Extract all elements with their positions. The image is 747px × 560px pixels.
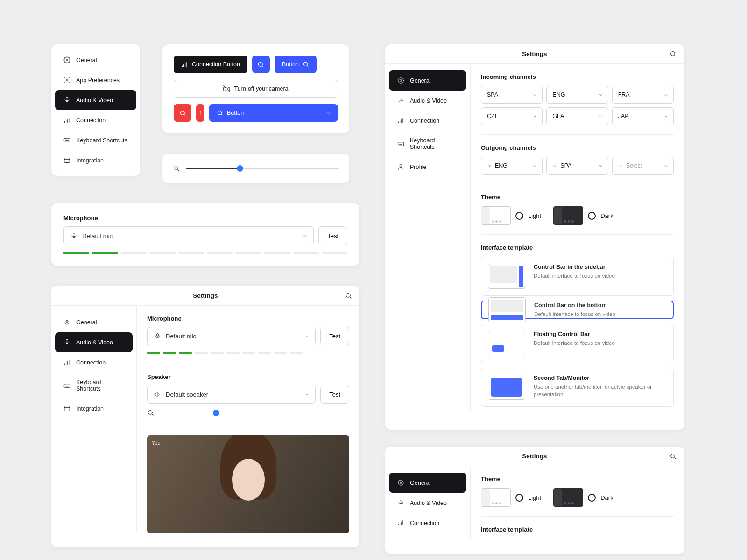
search-icon[interactable]	[669, 50, 677, 57]
template-option-sidebar[interactable]: Control Bar in the sidebarDefault interf…	[481, 257, 674, 296]
speaker-icon	[154, 391, 161, 398]
svg-point-5	[259, 62, 263, 66]
svg-rect-3	[64, 139, 70, 142]
sidebar-item-preferences[interactable]: App Preferences	[55, 70, 136, 90]
keyboard-icon	[63, 382, 70, 389]
sidebar-item-keyboard[interactable]: Keyboard Shortcuts	[55, 130, 136, 150]
sidebar-item-audio-video[interactable]: Audio & Video	[55, 90, 136, 110]
svg-point-27	[671, 454, 675, 458]
settings-panel-2: Settings General Audio & Video Connectio…	[385, 447, 684, 554]
svg-point-26	[400, 165, 402, 167]
theme-dark-option[interactable]: Dark	[553, 206, 613, 225]
settings-av-panel: Settings General Audio & Video Connectio…	[51, 286, 359, 547]
template-option-bottom[interactable]: Control Bar on the bottomDefault interfa…	[481, 301, 674, 319]
sidebar-item-general[interactable]: General	[55, 312, 133, 332]
channel-select[interactable]: ENG	[546, 86, 608, 104]
outgoing-label: Outgoing channels	[481, 144, 674, 151]
sidebar-item-audio-video[interactable]: Audio & Video	[389, 91, 466, 111]
channel-select[interactable]: JAP	[612, 107, 674, 125]
search-icon	[173, 165, 180, 172]
sidebar-item-integration[interactable]: Integration	[55, 150, 136, 170]
settings-sidebar: General Audio & Video Connection Keyboar…	[51, 306, 136, 533]
theme-label: Theme	[481, 476, 674, 483]
mic-label: Microphone	[63, 215, 347, 222]
svg-point-20	[148, 411, 153, 415]
search-button-1[interactable]	[252, 56, 270, 73]
svg-rect-24	[400, 98, 402, 101]
turn-off-camera-button[interactable]: Turn-off your camera	[174, 80, 338, 98]
test-button[interactable]: Test	[320, 327, 349, 345]
sidebar-item-connection[interactable]: Connection	[55, 110, 136, 130]
svg-point-8	[200, 111, 201, 112]
settings-header: Settings	[385, 447, 684, 466]
svg-point-21	[671, 52, 675, 56]
sidebar-item-general[interactable]: General	[389, 473, 466, 493]
theme-light-option[interactable]: Light	[481, 488, 541, 507]
theme-label: Theme	[481, 194, 674, 201]
theme-light-option[interactable]: Light	[481, 206, 541, 225]
volume-slider[interactable]	[160, 413, 349, 413]
camera-off-icon	[223, 85, 230, 92]
sidebar-item-integration[interactable]: Integration	[55, 399, 133, 419]
theme-dark-option[interactable]: Dark	[553, 488, 613, 507]
svg-point-7	[180, 111, 184, 115]
mic-select[interactable]: Default mic	[147, 327, 316, 345]
sidebar-item-audio-video[interactable]: Audio & Video	[55, 332, 133, 352]
channel-select[interactable]: Select	[612, 157, 674, 175]
mic-level	[63, 252, 347, 254]
svg-point-28	[400, 482, 402, 484]
svg-rect-25	[398, 142, 404, 146]
you-label: You	[152, 440, 161, 446]
channel-select[interactable]: ENG	[481, 157, 543, 175]
more-button[interactable]	[196, 104, 204, 122]
mic-icon	[397, 499, 404, 506]
template-label: Interface template	[481, 526, 674, 533]
test-button[interactable]: Test	[318, 226, 347, 245]
svg-point-12	[174, 166, 178, 170]
sidebar-item-general[interactable]: General	[389, 70, 466, 91]
template-label: Interface template	[481, 244, 674, 251]
channel-select[interactable]: FRA	[612, 86, 674, 104]
svg-rect-4	[64, 158, 70, 163]
search-button-2[interactable]: Button	[275, 56, 317, 73]
mic-level	[147, 352, 349, 354]
signal-icon	[181, 61, 188, 68]
svg-point-23	[398, 78, 403, 83]
gear-icon	[397, 479, 404, 486]
window-icon	[63, 157, 70, 164]
sidebar-item-connection[interactable]: Connection	[55, 352, 133, 372]
search-red-button[interactable]	[174, 104, 191, 122]
dropdown-button[interactable]: Button	[209, 104, 338, 122]
sidebar-item-profile[interactable]: Profile	[389, 157, 466, 177]
svg-point-1	[66, 79, 68, 81]
incoming-label: Incoming channels	[481, 73, 674, 80]
test-button[interactable]: Test	[320, 385, 349, 404]
svg-rect-18	[64, 406, 70, 411]
sidebar-item-connection[interactable]: Connection	[389, 111, 466, 131]
mic-icon	[397, 97, 404, 104]
svg-rect-30	[400, 500, 402, 504]
search-icon[interactable]	[345, 292, 352, 299]
svg-rect-17	[64, 384, 70, 387]
channel-select[interactable]: SPA	[481, 86, 543, 104]
svg-point-29	[398, 480, 403, 485]
sidebar-item-keyboard[interactable]: Keyboard Shortcuts	[55, 372, 133, 399]
search-icon[interactable]	[669, 453, 677, 460]
template-option-second-tab[interactable]: Second Tab/MonitorUse one another tab/mo…	[481, 368, 674, 407]
connection-button[interactable]: Connection Button	[174, 56, 247, 73]
window-icon	[63, 405, 70, 412]
mic-select[interactable]: Default mic	[63, 226, 314, 245]
mic-icon	[63, 339, 70, 346]
template-option-floating[interactable]: Floating Control BarDefault interface to…	[481, 324, 674, 363]
channel-select[interactable]: CZE	[481, 107, 543, 125]
search-icon	[147, 409, 154, 416]
sidebar-item-connection[interactable]: Connection	[389, 513, 466, 533]
speaker-select[interactable]: Default speaker	[147, 385, 316, 404]
sidebar-item-keyboard[interactable]: Keyboard Shortcuts	[389, 131, 466, 157]
channel-select[interactable]: SPA	[546, 157, 608, 175]
zoom-slider[interactable]	[186, 168, 339, 169]
slider-card	[162, 154, 349, 183]
sidebar-item-general[interactable]: General	[55, 50, 136, 70]
sidebar-item-audio-video[interactable]: Audio & Video	[389, 493, 466, 513]
channel-select[interactable]: GLA	[546, 107, 608, 125]
